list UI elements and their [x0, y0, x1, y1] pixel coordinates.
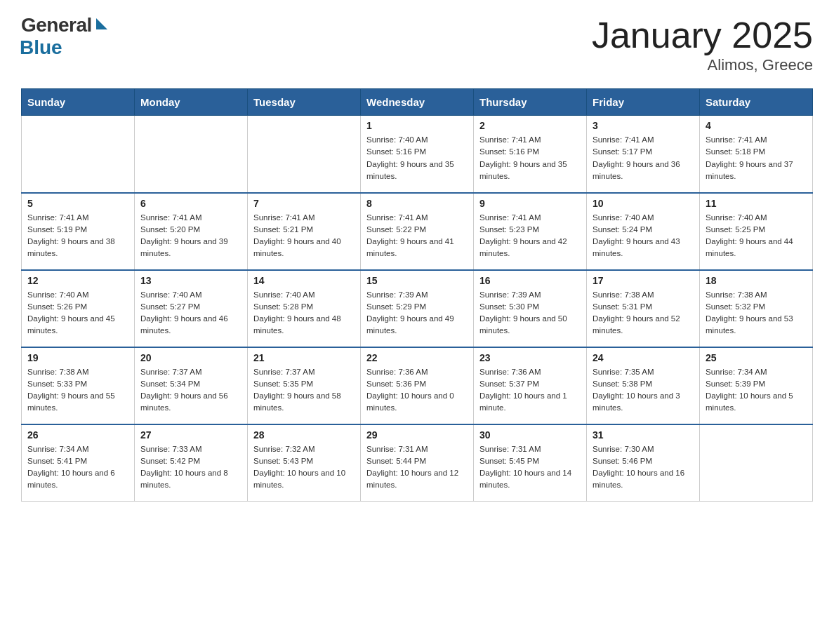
logo-blue-text: Blue [20, 36, 107, 59]
day-number: 23 [479, 352, 581, 363]
calendar-cell: 3Sunrise: 7:41 AMSunset: 5:17 PMDaylight… [587, 116, 700, 193]
day-info: Sunrise: 7:32 AMSunset: 5:43 PMDaylight:… [253, 443, 355, 492]
day-info: Sunrise: 7:36 AMSunset: 5:36 PMDaylight:… [366, 366, 468, 415]
calendar-cell: 29Sunrise: 7:31 AMSunset: 5:44 PMDayligh… [361, 424, 474, 502]
calendar-cell: 27Sunrise: 7:33 AMSunset: 5:42 PMDayligh… [135, 424, 248, 502]
calendar-cell: 5Sunrise: 7:41 AMSunset: 5:19 PMDaylight… [22, 193, 135, 270]
day-info: Sunrise: 7:37 AMSunset: 5:35 PMDaylight:… [253, 366, 355, 415]
calendar-cell: 13Sunrise: 7:40 AMSunset: 5:27 PMDayligh… [135, 270, 248, 347]
day-headers-row: SundayMondayTuesdayWednesdayThursdayFrid… [22, 89, 813, 116]
day-number: 16 [479, 275, 581, 286]
week-row-2: 5Sunrise: 7:41 AMSunset: 5:19 PMDaylight… [22, 193, 813, 270]
day-header-saturday: Saturday [700, 89, 813, 116]
day-info: Sunrise: 7:38 AMSunset: 5:32 PMDaylight:… [706, 289, 807, 337]
day-header-wednesday: Wednesday [361, 89, 474, 116]
week-row-3: 12Sunrise: 7:40 AMSunset: 5:26 PMDayligh… [22, 270, 813, 347]
day-info: Sunrise: 7:39 AMSunset: 5:29 PMDaylight:… [366, 289, 468, 337]
calendar-cell: 28Sunrise: 7:32 AMSunset: 5:43 PMDayligh… [248, 424, 361, 502]
day-number: 17 [593, 275, 694, 286]
day-number: 5 [27, 198, 128, 209]
calendar-cell: 1Sunrise: 7:40 AMSunset: 5:16 PMDaylight… [361, 116, 474, 193]
day-info: Sunrise: 7:41 AMSunset: 5:20 PMDaylight:… [140, 212, 241, 260]
calendar-table: SundayMondayTuesdayWednesdayThursdayFrid… [21, 88, 813, 502]
week-row-1: 1Sunrise: 7:40 AMSunset: 5:16 PMDaylight… [22, 116, 813, 193]
day-number: 10 [593, 198, 694, 209]
calendar-cell [700, 424, 813, 502]
calendar-subtitle: Alimos, Greece [592, 56, 813, 74]
day-info: Sunrise: 7:30 AMSunset: 5:46 PMDaylight:… [593, 443, 694, 492]
day-info: Sunrise: 7:41 AMSunset: 5:16 PMDaylight:… [479, 134, 581, 182]
day-info: Sunrise: 7:40 AMSunset: 5:24 PMDaylight:… [593, 212, 694, 260]
day-number: 11 [706, 198, 807, 209]
day-number: 9 [479, 198, 581, 209]
day-number: 8 [366, 198, 468, 209]
logo-arrow-icon [96, 18, 107, 29]
day-number: 6 [140, 198, 241, 209]
logo: General Blue [21, 14, 107, 59]
day-number: 26 [27, 429, 128, 441]
day-info: Sunrise: 7:36 AMSunset: 5:37 PMDaylight:… [479, 366, 581, 415]
day-info: Sunrise: 7:40 AMSunset: 5:27 PMDaylight:… [140, 289, 241, 337]
calendar-cell: 8Sunrise: 7:41 AMSunset: 5:22 PMDaylight… [361, 193, 474, 270]
calendar-cell: 11Sunrise: 7:40 AMSunset: 5:25 PMDayligh… [700, 193, 813, 270]
day-info: Sunrise: 7:41 AMSunset: 5:19 PMDaylight:… [27, 212, 128, 260]
calendar-cell [135, 116, 248, 193]
day-number: 24 [593, 352, 694, 363]
day-number: 22 [366, 352, 468, 363]
calendar-cell: 30Sunrise: 7:31 AMSunset: 5:45 PMDayligh… [474, 424, 587, 502]
day-number: 30 [479, 429, 581, 441]
day-info: Sunrise: 7:40 AMSunset: 5:28 PMDaylight:… [253, 289, 355, 337]
day-number: 3 [593, 120, 694, 131]
day-info: Sunrise: 7:38 AMSunset: 5:31 PMDaylight:… [593, 289, 694, 337]
calendar-cell: 10Sunrise: 7:40 AMSunset: 5:24 PMDayligh… [587, 193, 700, 270]
day-header-monday: Monday [135, 89, 248, 116]
calendar-cell: 14Sunrise: 7:40 AMSunset: 5:28 PMDayligh… [248, 270, 361, 347]
calendar-cell: 9Sunrise: 7:41 AMSunset: 5:23 PMDaylight… [474, 193, 587, 270]
day-header-tuesday: Tuesday [248, 89, 361, 116]
day-info: Sunrise: 7:31 AMSunset: 5:45 PMDaylight:… [479, 443, 581, 492]
day-info: Sunrise: 7:41 AMSunset: 5:23 PMDaylight:… [479, 212, 581, 260]
day-info: Sunrise: 7:35 AMSunset: 5:38 PMDaylight:… [593, 366, 694, 415]
day-number: 27 [140, 429, 241, 441]
day-info: Sunrise: 7:34 AMSunset: 5:39 PMDaylight:… [706, 366, 807, 415]
day-number: 18 [706, 275, 807, 286]
calendar-cell: 17Sunrise: 7:38 AMSunset: 5:31 PMDayligh… [587, 270, 700, 347]
calendar-cell: 26Sunrise: 7:34 AMSunset: 5:41 PMDayligh… [22, 424, 135, 502]
day-number: 1 [366, 120, 468, 131]
calendar-cell: 25Sunrise: 7:34 AMSunset: 5:39 PMDayligh… [700, 347, 813, 424]
day-info: Sunrise: 7:41 AMSunset: 5:18 PMDaylight:… [706, 134, 807, 182]
day-info: Sunrise: 7:37 AMSunset: 5:34 PMDaylight:… [140, 366, 241, 415]
day-number: 28 [253, 429, 355, 441]
day-info: Sunrise: 7:39 AMSunset: 5:30 PMDaylight:… [479, 289, 581, 337]
day-number: 19 [27, 352, 128, 363]
calendar-cell: 7Sunrise: 7:41 AMSunset: 5:21 PMDaylight… [248, 193, 361, 270]
day-number: 29 [366, 429, 468, 441]
day-info: Sunrise: 7:40 AMSunset: 5:25 PMDaylight:… [706, 212, 807, 260]
day-number: 13 [140, 275, 241, 286]
calendar-cell: 15Sunrise: 7:39 AMSunset: 5:29 PMDayligh… [361, 270, 474, 347]
page-header: General Blue January 2025 Alimos, Greece [21, 14, 813, 74]
calendar-cell: 23Sunrise: 7:36 AMSunset: 5:37 PMDayligh… [474, 347, 587, 424]
day-info: Sunrise: 7:38 AMSunset: 5:33 PMDaylight:… [27, 366, 128, 415]
day-info: Sunrise: 7:31 AMSunset: 5:44 PMDaylight:… [366, 443, 468, 492]
day-info: Sunrise: 7:41 AMSunset: 5:22 PMDaylight:… [366, 212, 468, 260]
week-row-4: 19Sunrise: 7:38 AMSunset: 5:33 PMDayligh… [22, 347, 813, 424]
day-info: Sunrise: 7:41 AMSunset: 5:21 PMDaylight:… [253, 212, 355, 260]
day-number: 2 [479, 120, 581, 131]
calendar-cell: 21Sunrise: 7:37 AMSunset: 5:35 PMDayligh… [248, 347, 361, 424]
day-info: Sunrise: 7:40 AMSunset: 5:16 PMDaylight:… [366, 134, 468, 182]
day-info: Sunrise: 7:40 AMSunset: 5:26 PMDaylight:… [27, 289, 128, 337]
day-info: Sunrise: 7:33 AMSunset: 5:42 PMDaylight:… [140, 443, 241, 492]
calendar-cell: 6Sunrise: 7:41 AMSunset: 5:20 PMDaylight… [135, 193, 248, 270]
day-info: Sunrise: 7:41 AMSunset: 5:17 PMDaylight:… [593, 134, 694, 182]
calendar-cell: 24Sunrise: 7:35 AMSunset: 5:38 PMDayligh… [587, 347, 700, 424]
calendar-cell: 20Sunrise: 7:37 AMSunset: 5:34 PMDayligh… [135, 347, 248, 424]
day-number: 21 [253, 352, 355, 363]
day-header-sunday: Sunday [22, 89, 135, 116]
day-number: 12 [27, 275, 128, 286]
calendar-cell: 16Sunrise: 7:39 AMSunset: 5:30 PMDayligh… [474, 270, 587, 347]
calendar-title: January 2025 [592, 14, 813, 56]
day-number: 20 [140, 352, 241, 363]
title-block: January 2025 Alimos, Greece [592, 14, 813, 74]
day-number: 25 [706, 352, 807, 363]
